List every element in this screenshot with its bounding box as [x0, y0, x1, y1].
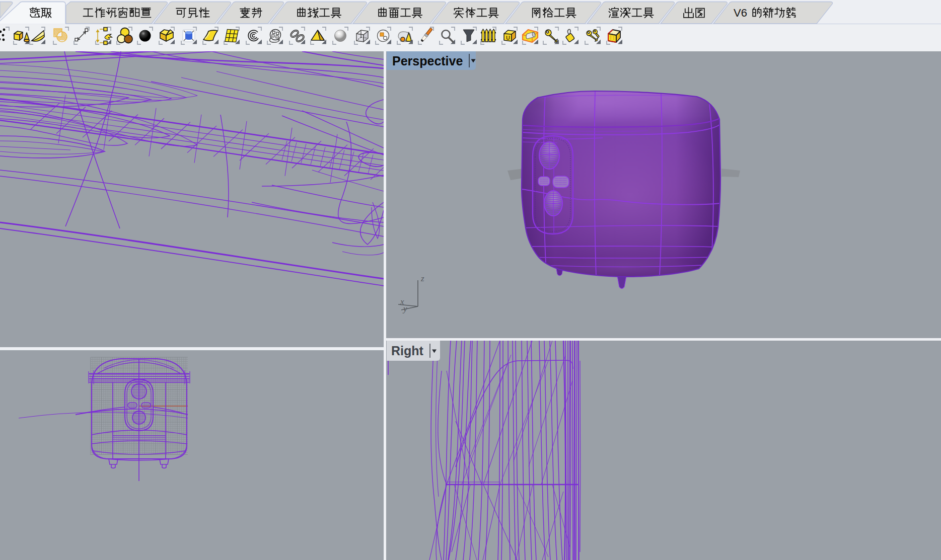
svg-text:V6: V6 — [734, 7, 747, 19]
svg-text:Right: Right — [391, 344, 424, 358]
svg-text:y: y — [402, 304, 407, 313]
svg-text:U: U — [506, 35, 510, 41]
svg-text:z: z — [420, 274, 424, 283]
svg-text:Perspective: Perspective — [392, 54, 463, 68]
